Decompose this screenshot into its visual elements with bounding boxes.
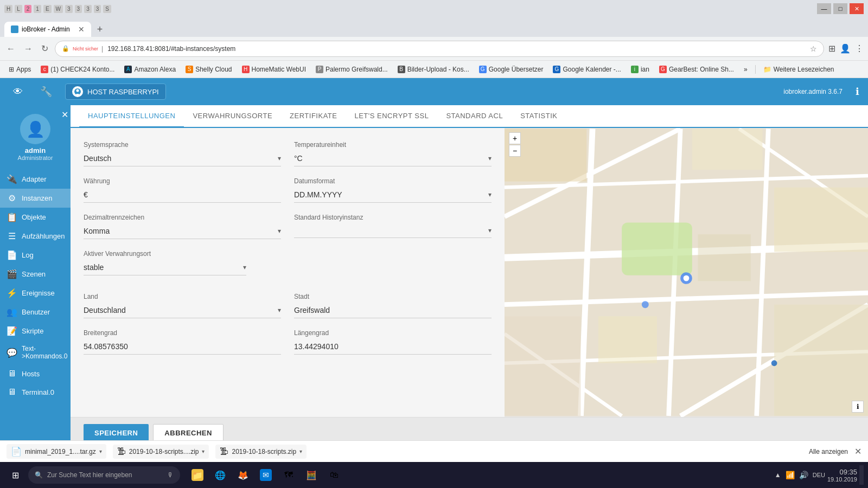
refresh-btn[interactable]: ↻ [39, 41, 50, 56]
datumsformat-control[interactable]: DD.MM.YYYY ▾ [294, 187, 492, 203]
app-header: 👁 🔧 HOST RASPBERRYPI iobroker.admin 3.6.… [0, 78, 868, 105]
download-3-chevron[interactable]: ▾ [299, 448, 302, 454]
verwahrungsort-arrow[interactable]: ▾ [243, 264, 246, 271]
taskbar-app-firefox[interactable]: 🦊 [232, 465, 254, 485]
sidebar-item-hosts[interactable]: 🖥 Hosts [0, 364, 71, 383]
start-btn[interactable]: ⊞ [4, 465, 26, 485]
download-1-chevron[interactable]: ▾ [99, 448, 102, 454]
sidebar-item-skripte[interactable]: 📝 Skripte [0, 322, 71, 341]
bookmark-gearbest[interactable]: G GearBest: Online Sh... [655, 65, 738, 74]
taskbar-app-calc[interactable]: 🧮 [301, 465, 322, 485]
extensions-icon[interactable]: ⊞ [828, 43, 835, 54]
sidebar-item-benutzer[interactable]: 👥 Benutzer [0, 303, 71, 322]
taskbar-clock[interactable]: 09:35 19.10.2019 [827, 468, 857, 483]
bookmark-ian[interactable]: i ian [627, 65, 654, 74]
bookmark-check24[interactable]: c (1) CHECK24 Konto... [36, 65, 119, 74]
land-arrow[interactable]: ▾ [278, 306, 281, 314]
sidebar-item-szenen[interactable]: 🎬 Szenen [0, 265, 71, 284]
bookmark-shelly[interactable]: S Shelly Cloud [181, 65, 236, 74]
cancel-button[interactable]: ABBRECHEN [153, 424, 224, 440]
tab-close-icon[interactable]: ✕ [78, 25, 85, 34]
taskbar-app-store[interactable]: 🛍 [323, 465, 345, 485]
map-zoom-in-btn[interactable]: + [509, 132, 521, 144]
microphone-icon[interactable]: 🎙 [167, 471, 174, 479]
menu-icon[interactable]: ⋮ [855, 43, 864, 54]
taskbar-app-explorer[interactable]: 📁 [187, 465, 208, 485]
map-info-btn[interactable]: ℹ [852, 401, 864, 413]
sidebar-item-ereignisse[interactable]: ⚡ Ereignisse [0, 284, 71, 303]
map-container[interactable]: + − ℹ [505, 128, 868, 417]
systemsprache-arrow[interactable]: ▾ [278, 155, 281, 162]
maximize-btn[interactable]: □ [833, 3, 847, 14]
sidebar-item-instanzen[interactable]: ⚙ Instanzen [0, 189, 71, 208]
dezimaltrennzeichen-arrow[interactable]: ▾ [278, 227, 281, 235]
forward-btn[interactable]: → [22, 42, 35, 56]
volume-icon[interactable]: 🔊 [799, 471, 808, 479]
dezimaltrennzeichen-control[interactable]: Komma ▾ [84, 223, 281, 239]
sidebar-item-text-kommandos[interactable]: 💬 Text->Kommandos.0 [0, 341, 71, 364]
window-controls[interactable]: — □ ✕ [817, 3, 864, 14]
bookmark-homematic[interactable]: H HomeMatic WebUI [238, 65, 310, 74]
tray-up-icon[interactable]: ▲ [775, 471, 781, 479]
sidebar-item-terminal[interactable]: 🖥 Terminal.0 [0, 383, 71, 401]
download-item-2[interactable]: 🗜 2019-10-18-scripts....zip ▾ [113, 445, 209, 459]
host-pill[interactable]: HOST RASPBERRYPI [65, 84, 166, 100]
minimize-btn[interactable]: — [817, 3, 831, 14]
eye-btn[interactable]: 👁 [9, 84, 27, 100]
bookmark-more-arrow[interactable]: » [739, 65, 752, 74]
show-all-downloads-btn[interactable]: Alle anzeigen [809, 448, 848, 455]
verwahrungsort-control[interactable]: stable ▾ [84, 260, 246, 275]
downloads-close-btn[interactable]: ✕ [854, 446, 861, 457]
breitengrad-control[interactable]: 54.08576350 [84, 339, 281, 355]
tab-zertifikate[interactable]: ZERTIFIKATE [281, 105, 346, 128]
save-button[interactable]: SPEICHERN [84, 424, 149, 440]
temperatureinheit-arrow[interactable]: ▾ [488, 155, 492, 162]
skripte-icon: 📝 [7, 326, 17, 336]
waehrung-control[interactable]: € [84, 187, 281, 203]
datumsformat-arrow[interactable]: ▾ [488, 191, 492, 198]
taskbar-app-mail[interactable]: ✉ [255, 465, 277, 485]
stadt-control[interactable]: Greifswald [294, 303, 492, 318]
sidebar-close-btn[interactable]: ✕ [61, 110, 68, 120]
bookmark-further[interactable]: 📁 Weitere Lesezeichen [759, 65, 839, 74]
sidebar-item-adapter[interactable]: 🔌 Adapter [0, 170, 71, 189]
show-desktop-btn[interactable] [859, 465, 864, 485]
download-2-chevron[interactable]: ▾ [202, 448, 205, 454]
temperatureinheit-control[interactable]: °C ▾ [294, 151, 492, 166]
bookmark-bilder[interactable]: B Bilder-Upload - Kos... [393, 65, 474, 74]
close-btn[interactable]: ✕ [850, 3, 864, 14]
bookmark-palermo[interactable]: P Palermo Greifswald... [311, 65, 392, 74]
tab-haupteinstellungen[interactable]: HAUPTEINSTELLUNGEN [79, 105, 184, 128]
sidebar-item-log[interactable]: 📄 Log [0, 246, 71, 265]
taskbar-app-maps[interactable]: 🗺 [278, 465, 299, 485]
historyinstanz-arrow[interactable]: ▾ [488, 227, 492, 234]
tab-letsencrypt[interactable]: LET'S ENCRYPT SSL [346, 105, 437, 128]
info-btn[interactable]: ℹ [856, 86, 859, 98]
tab-statistik[interactable]: STATISTIK [512, 105, 566, 128]
bookmark-alexa[interactable]: A Amazon Alexa [120, 65, 180, 74]
profile-icon[interactable]: 👤 [840, 43, 851, 54]
taskbar-search[interactable]: 🔍 Zur Suche Text hier eingeben 🎙 [28, 466, 180, 484]
land-control[interactable]: Deutschland ▾ [84, 303, 281, 318]
url-box[interactable]: 🔒 Nicht sicher | 192.168.178.41:8081/#ta… [55, 41, 824, 57]
active-tab[interactable]: ioBroker - Admin ✕ [4, 22, 91, 37]
download-item-1[interactable]: 📄 minimal_2019_1....tar.gz ▾ [7, 444, 106, 459]
back-btn[interactable]: ← [4, 42, 17, 56]
laengengrad-control[interactable]: 13.44294010 [294, 339, 492, 355]
bookmark-translator[interactable]: G Google Übersetzer [475, 65, 548, 74]
sidebar-item-objekte[interactable]: 📋 Objekte [0, 208, 71, 227]
new-tab-btn[interactable]: + [92, 22, 107, 37]
download-item-3[interactable]: 🗜 2019-10-18-scripts.zip ▾ [215, 445, 307, 459]
taskbar-app-chrome[interactable]: 🌐 [209, 465, 231, 485]
systemsprache-control[interactable]: Deutsch ▾ [84, 151, 281, 166]
bookmark-calendar[interactable]: G Google Kalender -... [548, 65, 625, 74]
tab-standardacl[interactable]: STANDARD ACL [437, 105, 512, 128]
map-zoom-out-btn[interactable]: − [509, 145, 521, 157]
network-icon[interactable]: 📶 [786, 471, 795, 479]
star-icon[interactable]: ☆ [810, 44, 817, 53]
tab-verwahrungsorte[interactable]: VERWAHRUNGSORTE [184, 105, 281, 128]
tool-btn[interactable]: 🔧 [36, 84, 56, 100]
historyinstanz-control[interactable]: ▾ [294, 223, 492, 238]
bookmark-apps[interactable]: ⊞ Apps [4, 65, 35, 74]
sidebar-item-aufzaehlungen[interactable]: ☰ Aufzählungen [0, 227, 71, 246]
